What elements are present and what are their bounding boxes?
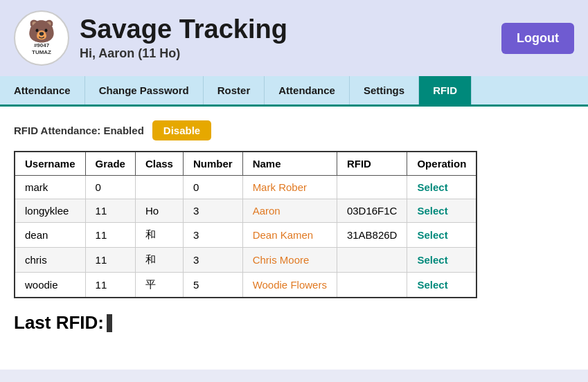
cell-class — [135, 176, 183, 199]
table-row: mark00Mark RoberSelect — [15, 176, 476, 199]
cell-grade: 11 — [85, 223, 135, 248]
user-greeting: Hi, Aaron (11 Ho) — [80, 46, 491, 61]
select-link[interactable]: Select — [417, 254, 447, 266]
cell-class: 平 — [135, 273, 183, 298]
header-text: Savage Tracking Hi, Aaron (11 Ho) — [80, 15, 491, 62]
header: 🐻 #9047TUMAZ Savage Tracking Hi, Aaron (… — [0, 0, 588, 76]
rfid-cursor — [107, 314, 112, 332]
cell-username: dean — [15, 223, 85, 248]
last-rfid-label: Last RFID: — [14, 312, 104, 334]
table-row: chris11和3Chris MooreSelect — [15, 248, 476, 273]
cell-rfid — [337, 273, 407, 298]
nav-item-rfid[interactable]: RFID — [419, 76, 472, 104]
bear-icon: 🐻 — [28, 20, 55, 42]
cell-rfid: 31AB826D — [337, 223, 407, 248]
app-title: Savage Tracking — [80, 15, 491, 44]
select-link[interactable]: Select — [417, 279, 447, 291]
table-row: dean11和3Dean Kamen31AB826DSelect — [15, 223, 476, 248]
cell-username: woodie — [15, 273, 85, 298]
cell-number: 5 — [183, 273, 242, 298]
select-link[interactable]: Select — [417, 229, 447, 241]
logo-text: #9047TUMAZ — [28, 42, 55, 55]
last-rfid-section: Last RFID: — [14, 312, 574, 334]
cell-grade: 11 — [85, 248, 135, 273]
col-header-grade: Grade — [85, 152, 135, 176]
cell-operation: Select — [407, 199, 476, 223]
cell-rfid — [337, 248, 407, 273]
cell-name: Aaron — [242, 199, 337, 223]
nav-item-attendance-1[interactable]: Attendance — [0, 76, 85, 104]
cell-name: Chris Moore — [242, 248, 337, 273]
cell-operation: Select — [407, 248, 476, 273]
rfid-status-label: RFID Attendance: Enabled — [14, 125, 144, 136]
cell-username: longyklee — [15, 199, 85, 223]
cell-rfid: 03D16F1C — [337, 199, 407, 223]
col-header-operation: Operation — [407, 152, 476, 176]
disable-button[interactable]: Disable — [152, 120, 211, 140]
logo: 🐻 #9047TUMAZ — [14, 10, 69, 66]
cell-name: Dean Kamen — [242, 223, 337, 248]
cell-operation: Select — [407, 176, 476, 199]
cell-operation: Select — [407, 273, 476, 298]
cell-rfid — [337, 176, 407, 199]
cell-number: 3 — [183, 248, 242, 273]
rfid-status-bar: RFID Attendance: Enabled Disable — [14, 120, 574, 140]
cell-class: 和 — [135, 248, 183, 273]
select-link[interactable]: Select — [417, 181, 447, 193]
cell-username: chris — [15, 248, 85, 273]
cell-name: Mark Rober — [242, 176, 337, 199]
cell-grade: 11 — [85, 199, 135, 223]
nav-item-settings[interactable]: Settings — [350, 76, 419, 104]
cell-number: 3 — [183, 199, 242, 223]
main-content: RFID Attendance: Enabled Disable Usernam… — [0, 107, 588, 370]
cell-number: 3 — [183, 223, 242, 248]
logout-button[interactable]: Logout — [501, 23, 574, 54]
select-link[interactable]: Select — [417, 205, 447, 217]
col-header-name: Name — [242, 152, 337, 176]
cell-operation: Select — [407, 223, 476, 248]
nav-item-roster[interactable]: Roster — [204, 76, 265, 104]
cell-grade: 0 — [85, 176, 135, 199]
cell-name: Woodie Flowers — [242, 273, 337, 298]
cell-class: 和 — [135, 223, 183, 248]
cell-username: mark — [15, 176, 85, 199]
nav-item-attendance-2[interactable]: Attendance — [265, 76, 350, 104]
col-header-rfid: RFID — [337, 152, 407, 176]
col-header-number: Number — [183, 152, 242, 176]
cell-grade: 11 — [85, 273, 135, 298]
table-row: longyklee11Ho3Aaron03D16F1CSelect — [15, 199, 476, 223]
table-row: woodie11平5Woodie FlowersSelect — [15, 273, 476, 298]
nav-bar: Attendance Change Password Roster Attend… — [0, 76, 588, 107]
col-header-username: Username — [15, 152, 85, 176]
rfid-table: Username Grade Class Number Name RFID Op… — [14, 151, 477, 298]
cell-class: Ho — [135, 199, 183, 223]
nav-item-change-password[interactable]: Change Password — [85, 76, 204, 104]
col-header-class: Class — [135, 152, 183, 176]
cell-number: 0 — [183, 176, 242, 199]
